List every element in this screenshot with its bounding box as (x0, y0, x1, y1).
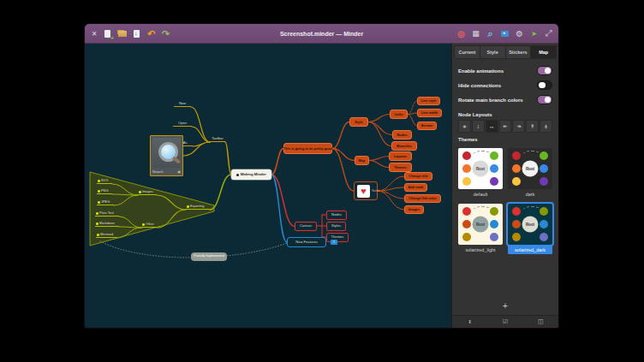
theme-dark[interactable]: Rootdark (508, 148, 552, 199)
node-themesR[interactable]: Themes (326, 233, 349, 242)
theme-name: dark (508, 190, 552, 199)
theme-branch-dot (540, 220, 548, 228)
theme-branch-dot (462, 177, 471, 186)
theme-branch-dot (462, 207, 471, 216)
node-search[interactable]: Search▣ (150, 135, 183, 176)
switch-row: Rotate main branch colors (458, 95, 552, 104)
search-screenshot-image (152, 138, 181, 168)
focus-mode-icon[interactable] (456, 29, 466, 39)
theme-branch-dot (462, 164, 471, 173)
add-theme-button[interactable]: + (494, 300, 516, 312)
node-nodesR[interactable]: Nodes (326, 211, 347, 220)
theme-name: default (458, 190, 503, 199)
layout-downwards-button[interactable]: ↡ (540, 120, 552, 133)
node-imagesL[interactable]: Images (138, 187, 157, 195)
layout-to-right-button[interactable]: ↠ (512, 120, 525, 133)
theme-default[interactable]: Rootdefault (458, 148, 503, 199)
toggle-rotate-main-branch-colors[interactable] (537, 95, 552, 104)
node-plaintext[interactable]: Plain Text (95, 209, 119, 217)
node-root[interactable]: Making Minder (231, 169, 271, 180)
branch-edge (271, 149, 283, 175)
new-file-icon[interactable] (103, 29, 112, 39)
node-linestyle[interactable]: Line style (417, 97, 440, 105)
sidebar-panel-icon[interactable]: ◫ (530, 318, 551, 325)
export-image-icon[interactable] (500, 29, 510, 39)
theme-solarized_dark[interactable]: Rootsolarized_dark (508, 204, 552, 254)
layout-vertical-button[interactable]: ↕ (472, 120, 485, 133)
branch-edge (317, 215, 326, 237)
layout-to-left-button[interactable]: ↞ (499, 120, 512, 133)
node-jpeg[interactable]: JPEG (97, 198, 114, 205)
node-layouts[interactable]: Layouts (389, 151, 412, 161)
theme-branch-dot (462, 151, 471, 160)
node-pretty[interactable]: This is going to be pretty good (283, 143, 332, 154)
node-svg[interactable]: SVG (97, 176, 112, 184)
tab-style[interactable]: Style (480, 45, 506, 59)
node-newfeat[interactable]: New Features (287, 237, 326, 247)
tab-map[interactable]: Map (531, 45, 557, 59)
branch-edge (210, 175, 231, 210)
node-stylesR[interactable]: Styles (326, 222, 346, 231)
save-icon[interactable] (132, 29, 141, 39)
branch-edge (368, 122, 392, 135)
node-heart[interactable]: Node (354, 181, 378, 200)
sidebar-spacer (452, 258, 558, 300)
text-properties-icon[interactable]: I (460, 318, 480, 325)
node-nodesO[interactable]: Nodes (392, 130, 412, 139)
node-toolbar[interactable]: Toolbar (210, 134, 225, 142)
theme-connection-arc (522, 151, 541, 159)
branch-edge (369, 157, 389, 161)
node-new[interactable]: New (174, 98, 191, 107)
window-body: Making MinderToolbarNewOpenSave AsSearch… (85, 44, 558, 328)
node-themesO[interactable]: Themes (389, 163, 412, 172)
layout-horizontal-button[interactable]: ↔ (486, 120, 498, 133)
undo-icon[interactable] (146, 29, 156, 39)
theme-preview: Root (458, 204, 503, 245)
settings-gear-icon[interactable] (515, 29, 524, 39)
export-icon[interactable] (529, 29, 539, 39)
node-markdown[interactable]: Markdown (95, 219, 119, 227)
node-notebadge[interactable]: ≡ (331, 240, 337, 245)
theme-name: solarized_dark (508, 246, 552, 254)
toggle-enable-animations[interactable] (537, 66, 552, 75)
node-mermaid[interactable]: Mermaid (96, 230, 116, 238)
branch-edge (378, 191, 404, 210)
redo-icon[interactable] (161, 29, 170, 39)
sidebar-bottom-bar: I☑◫ (452, 315, 558, 328)
node-canvasR[interactable]: Canvas (295, 222, 317, 231)
node-addnode[interactable]: Add node (404, 183, 427, 192)
theme-solarized_light[interactable]: Rootsolarized_light (458, 204, 503, 254)
tab-stickers[interactable]: Stickers (506, 45, 532, 59)
node-png[interactable]: PNG (97, 187, 112, 194)
node-branches[interactable]: Branches (391, 141, 417, 151)
zoom-icon[interactable] (486, 29, 495, 39)
layout-upwards-button[interactable]: ↟ (526, 120, 539, 133)
tasks-icon[interactable]: ☑ (495, 318, 516, 325)
layout-manual-button[interactable]: ∗ (458, 120, 471, 133)
node-grid-icon[interactable] (471, 29, 480, 39)
theme-root-node: Root (522, 217, 539, 233)
branch-edge (192, 127, 210, 142)
node-arrows[interactable]: Arrows (417, 122, 437, 130)
image-resize-icon[interactable]: ▣ (177, 170, 181, 174)
node-style[interactable]: Style (349, 117, 368, 127)
node-links[interactable]: Links (390, 110, 408, 119)
theme-branch-dot (512, 177, 521, 186)
node-exporting[interactable]: Exporting (186, 202, 210, 210)
node-mapnode[interactable]: Map (355, 156, 369, 165)
node-changetitle[interactable]: Change title (404, 172, 432, 181)
node-linewidth[interactable]: Line width (417, 109, 442, 117)
magnifier-handle-icon (172, 156, 181, 163)
branch-edge (191, 107, 210, 142)
tab-current[interactable]: Current (454, 45, 480, 59)
fullscreen-icon[interactable] (544, 29, 553, 39)
node-other[interactable]: Other (141, 220, 157, 228)
mindmap-canvas[interactable]: Making MinderToolbarNewOpenSave AsSearch… (85, 44, 452, 328)
node-partial[interactable]: Partially Implemented (191, 252, 227, 261)
node-open[interactable]: Open (173, 118, 192, 127)
branch-edge (378, 191, 404, 199)
node-changelink[interactable]: Change link color (404, 194, 441, 203)
open-folder-icon[interactable] (117, 29, 127, 39)
toggle-hide-connections[interactable] (537, 80, 552, 90)
node-imagesO[interactable]: Images (404, 205, 424, 214)
